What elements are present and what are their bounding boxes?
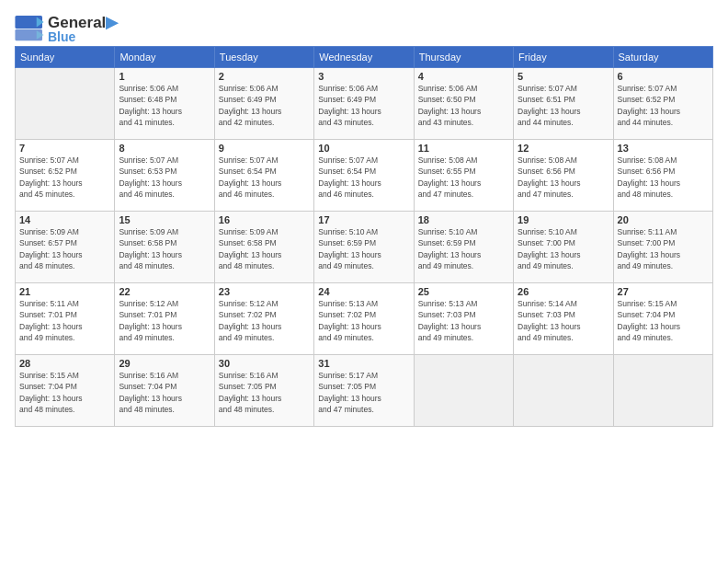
day-info: Sunrise: 5:13 AM Sunset: 7:03 PM Dayligh… — [418, 298, 509, 343]
day-number: 6 — [618, 71, 709, 82]
day-number: 30 — [219, 358, 310, 369]
day-info: Sunrise: 5:06 AM Sunset: 6:50 PM Dayligh… — [418, 83, 509, 128]
calendar-cell: 17Sunrise: 5:10 AM Sunset: 6:59 PM Dayli… — [314, 212, 414, 283]
calendar-cell: 24Sunrise: 5:13 AM Sunset: 7:02 PM Dayli… — [314, 283, 414, 355]
day-info: Sunrise: 5:06 AM Sunset: 6:49 PM Dayligh… — [219, 83, 310, 128]
calendar-cell — [414, 355, 513, 427]
logo: General▶ Blue — [15, 13, 118, 44]
day-number: 14 — [19, 214, 110, 225]
calendar-cell: 16Sunrise: 5:09 AM Sunset: 6:58 PM Dayli… — [214, 212, 313, 283]
day-number: 4 — [418, 71, 509, 82]
day-number: 25 — [418, 286, 509, 297]
day-info: Sunrise: 5:07 AM Sunset: 6:51 PM Dayligh… — [518, 83, 609, 128]
weekday-header-saturday: Saturday — [613, 47, 712, 68]
day-info: Sunrise: 5:16 AM Sunset: 7:05 PM Dayligh… — [219, 370, 310, 415]
calendar-cell — [613, 355, 712, 427]
day-number: 2 — [219, 71, 310, 82]
day-number: 11 — [418, 143, 509, 154]
day-number: 19 — [518, 214, 609, 225]
calendar-cell: 20Sunrise: 5:11 AM Sunset: 7:00 PM Dayli… — [613, 212, 712, 283]
calendar-table: SundayMondayTuesdayWednesdayThursdayFrid… — [15, 46, 713, 427]
calendar-cell: 21Sunrise: 5:11 AM Sunset: 7:01 PM Dayli… — [16, 283, 115, 355]
day-number: 5 — [518, 71, 609, 82]
day-info: Sunrise: 5:13 AM Sunset: 7:02 PM Dayligh… — [318, 298, 409, 343]
day-info: Sunrise: 5:15 AM Sunset: 7:04 PM Dayligh… — [618, 298, 709, 343]
day-number: 22 — [119, 286, 210, 297]
day-number: 7 — [19, 143, 110, 154]
calendar-cell — [514, 355, 613, 427]
day-info: Sunrise: 5:12 AM Sunset: 7:01 PM Dayligh… — [119, 298, 210, 343]
week-row-3: 14Sunrise: 5:09 AM Sunset: 6:57 PM Dayli… — [16, 212, 713, 283]
calendar-cell: 18Sunrise: 5:10 AM Sunset: 6:59 PM Dayli… — [414, 212, 513, 283]
calendar-cell: 3Sunrise: 5:06 AM Sunset: 6:49 PM Daylig… — [314, 68, 414, 140]
day-info: Sunrise: 5:10 AM Sunset: 6:59 PM Dayligh… — [318, 226, 409, 271]
day-number: 15 — [119, 214, 210, 225]
calendar-cell: 12Sunrise: 5:08 AM Sunset: 6:56 PM Dayli… — [514, 140, 613, 212]
day-number: 20 — [618, 214, 709, 225]
day-info: Sunrise: 5:16 AM Sunset: 7:04 PM Dayligh… — [119, 370, 210, 415]
weekday-header-row: SundayMondayTuesdayWednesdayThursdayFrid… — [16, 47, 713, 68]
calendar-cell: 29Sunrise: 5:16 AM Sunset: 7:04 PM Dayli… — [115, 355, 214, 427]
day-number: 18 — [418, 214, 509, 225]
day-number: 12 — [518, 143, 609, 154]
calendar-cell — [16, 68, 115, 140]
day-info: Sunrise: 5:15 AM Sunset: 7:04 PM Dayligh… — [19, 370, 110, 415]
calendar-cell: 22Sunrise: 5:12 AM Sunset: 7:01 PM Dayli… — [115, 283, 214, 355]
calendar-cell: 2Sunrise: 5:06 AM Sunset: 6:49 PM Daylig… — [214, 68, 313, 140]
day-number: 9 — [219, 143, 310, 154]
day-number: 21 — [19, 286, 110, 297]
day-info: Sunrise: 5:08 AM Sunset: 6:56 PM Dayligh… — [618, 155, 709, 200]
calendar-cell: 13Sunrise: 5:08 AM Sunset: 6:56 PM Dayli… — [613, 140, 712, 212]
weekday-header-thursday: Thursday — [414, 47, 513, 68]
day-info: Sunrise: 5:08 AM Sunset: 6:55 PM Dayligh… — [418, 155, 509, 200]
day-info: Sunrise: 5:07 AM Sunset: 6:52 PM Dayligh… — [19, 155, 110, 200]
calendar-cell: 27Sunrise: 5:15 AM Sunset: 7:04 PM Dayli… — [613, 283, 712, 355]
day-info: Sunrise: 5:08 AM Sunset: 6:56 PM Dayligh… — [518, 155, 609, 200]
calendar-cell: 8Sunrise: 5:07 AM Sunset: 6:53 PM Daylig… — [115, 140, 214, 212]
calendar-cell: 30Sunrise: 5:16 AM Sunset: 7:05 PM Dayli… — [214, 355, 313, 427]
day-info: Sunrise: 5:10 AM Sunset: 7:00 PM Dayligh… — [518, 226, 609, 271]
calendar-cell: 25Sunrise: 5:13 AM Sunset: 7:03 PM Dayli… — [414, 283, 513, 355]
calendar-cell: 14Sunrise: 5:09 AM Sunset: 6:57 PM Dayli… — [16, 212, 115, 283]
page-container: General▶ Blue SundayMondayTuesdayWednesd… — [0, 0, 728, 436]
day-number: 26 — [518, 286, 609, 297]
logo-icon — [15, 16, 44, 41]
day-number: 1 — [119, 71, 210, 82]
calendar-cell: 4Sunrise: 5:06 AM Sunset: 6:50 PM Daylig… — [414, 68, 513, 140]
weekday-header-sunday: Sunday — [16, 47, 115, 68]
day-number: 13 — [618, 143, 709, 154]
day-info: Sunrise: 5:07 AM Sunset: 6:54 PM Dayligh… — [318, 155, 409, 200]
calendar-cell: 5Sunrise: 5:07 AM Sunset: 6:51 PM Daylig… — [514, 68, 613, 140]
day-number: 23 — [219, 286, 310, 297]
day-number: 3 — [318, 71, 409, 82]
day-number: 28 — [19, 358, 110, 369]
day-number: 24 — [318, 286, 409, 297]
day-info: Sunrise: 5:11 AM Sunset: 7:01 PM Dayligh… — [19, 298, 110, 343]
calendar-cell: 28Sunrise: 5:15 AM Sunset: 7:04 PM Dayli… — [16, 355, 115, 427]
day-number: 8 — [119, 143, 210, 154]
calendar-cell: 19Sunrise: 5:10 AM Sunset: 7:00 PM Dayli… — [514, 212, 613, 283]
day-number: 27 — [618, 286, 709, 297]
day-info: Sunrise: 5:09 AM Sunset: 6:58 PM Dayligh… — [119, 226, 210, 271]
day-number: 29 — [119, 358, 210, 369]
calendar-cell: 11Sunrise: 5:08 AM Sunset: 6:55 PM Dayli… — [414, 140, 513, 212]
day-info: Sunrise: 5:12 AM Sunset: 7:02 PM Dayligh… — [219, 298, 310, 343]
calendar-cell: 26Sunrise: 5:14 AM Sunset: 7:03 PM Dayli… — [514, 283, 613, 355]
day-info: Sunrise: 5:06 AM Sunset: 6:48 PM Dayligh… — [119, 83, 210, 128]
weekday-header-friday: Friday — [514, 47, 613, 68]
header: General▶ Blue — [15, 9, 713, 44]
day-info: Sunrise: 5:07 AM Sunset: 6:53 PM Dayligh… — [119, 155, 210, 200]
day-number: 16 — [219, 214, 310, 225]
calendar-cell: 6Sunrise: 5:07 AM Sunset: 6:52 PM Daylig… — [613, 68, 712, 140]
logo-text: General▶ Blue — [48, 13, 118, 44]
calendar-cell: 1Sunrise: 5:06 AM Sunset: 6:48 PM Daylig… — [115, 68, 214, 140]
day-info: Sunrise: 5:17 AM Sunset: 7:05 PM Dayligh… — [318, 370, 409, 415]
day-info: Sunrise: 5:11 AM Sunset: 7:00 PM Dayligh… — [618, 226, 709, 271]
day-info: Sunrise: 5:07 AM Sunset: 6:52 PM Dayligh… — [618, 83, 709, 128]
day-info: Sunrise: 5:10 AM Sunset: 6:59 PM Dayligh… — [418, 226, 509, 271]
day-number: 31 — [318, 358, 409, 369]
weekday-header-wednesday: Wednesday — [314, 47, 414, 68]
weekday-header-monday: Monday — [115, 47, 214, 68]
day-info: Sunrise: 5:09 AM Sunset: 6:58 PM Dayligh… — [219, 226, 310, 271]
calendar-cell: 7Sunrise: 5:07 AM Sunset: 6:52 PM Daylig… — [16, 140, 115, 212]
